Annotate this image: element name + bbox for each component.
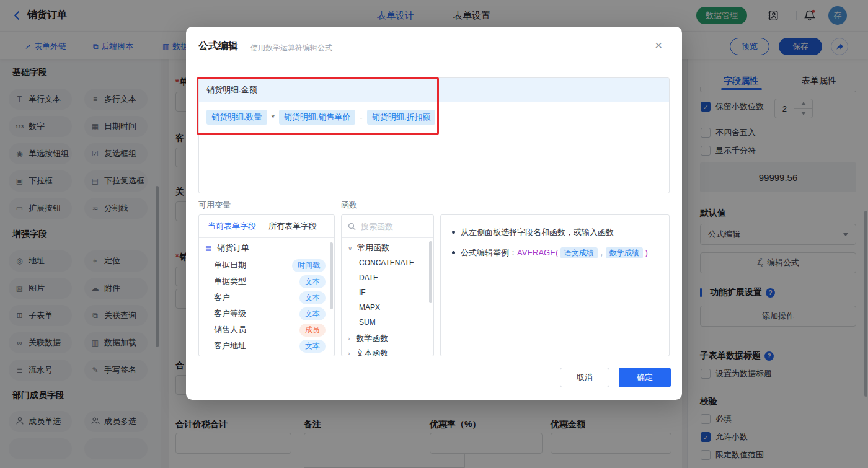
- close-icon[interactable]: [655, 39, 662, 51]
- chevron-right-icon: ›: [348, 350, 350, 357]
- tips-panel: 从左侧面板选择字段名和函数，或输入函数 公式编辑举例：AVERAGE( 语文成绩…: [440, 214, 670, 356]
- tip-line-2: 公式编辑举例：AVERAGE( 语文成绩，数学成绩 ): [452, 247, 669, 259]
- app: 销货订单 表单设计 表单设置 数据管理 存 ↗ 表单外链 ⧉ 后端脚本 ▥ 数据…: [0, 0, 868, 468]
- type-badge: 时间戳: [292, 259, 326, 272]
- chevron-right-icon: ›: [348, 335, 350, 342]
- confirm-button[interactable]: 确定: [619, 368, 671, 387]
- tip-line-1: 从左侧面板选择字段名和函数，或输入函数: [452, 226, 669, 238]
- document-icon: ≣: [205, 244, 212, 253]
- type-badge: 文本: [299, 275, 326, 288]
- type-badge: 文本: [299, 340, 326, 353]
- bullet-icon: [452, 231, 455, 234]
- functions-label: 函数: [341, 200, 357, 211]
- operator: *: [272, 113, 275, 122]
- type-badge: 文本: [299, 307, 326, 320]
- formula-editor-modal: 公式编辑 使用数学运算符编辑公式 销货明细.金额 = 销货明细.数量 * 销货明…: [186, 27, 682, 400]
- field-token[interactable]: 销货明细.折扣额: [367, 110, 436, 125]
- function-name: DATE: [359, 273, 378, 282]
- variable-row[interactable]: 客户等级文本: [199, 306, 334, 322]
- tip-text: 从左侧面板选择字段名和函数，或输入函数: [461, 226, 614, 238]
- function-item[interactable]: SUM: [342, 314, 433, 330]
- example-label: 公式编辑举例：: [461, 248, 517, 257]
- example-chip: 语文成绩: [560, 247, 598, 258]
- variable-row[interactable]: 客户地址文本: [199, 338, 334, 354]
- modal-subtitle: 使用数学运算符编辑公式: [250, 43, 332, 53]
- group-text-functions[interactable]: ›文本函数: [342, 345, 433, 356]
- formula-target-text: 销货明细.金额 =: [206, 84, 264, 95]
- function-item[interactable]: CONCATENATE: [342, 255, 433, 271]
- tab-all-form-fields[interactable]: 所有表单字段: [268, 221, 317, 232]
- tip-example: 公式编辑举例：AVERAGE( 语文成绩，数学成绩 ): [461, 247, 648, 259]
- function-name: CONCATENATE: [359, 258, 414, 267]
- variable-row[interactable]: 单据日期时间戳: [199, 257, 334, 273]
- formula-target-bar: 销货明细.金额 =: [199, 78, 669, 102]
- group-label: 常用函数: [357, 242, 389, 254]
- close-paren: ): [645, 248, 647, 257]
- variables-label: 可用变量: [198, 200, 231, 211]
- variables-scrollbar[interactable]: [330, 242, 333, 309]
- type-badge: 文本: [299, 291, 326, 304]
- variable-row[interactable]: 销售人员成员: [199, 322, 334, 338]
- function-item[interactable]: DATE: [342, 270, 433, 286]
- modal-title: 公式编辑: [198, 40, 238, 53]
- function-name: IF: [359, 288, 366, 297]
- group-label: 文本函数: [356, 348, 388, 356]
- variable-name: 客户: [214, 292, 230, 303]
- example-chip: 数学成绩: [606, 247, 643, 258]
- function-name: MAPX: [359, 303, 380, 312]
- bullet-icon: [452, 251, 455, 254]
- comma: ，: [598, 248, 606, 257]
- tab-current-form-fields[interactable]: 当前表单字段: [208, 221, 256, 232]
- variable-name: 销售人员: [214, 324, 246, 335]
- variable-name: 客户等级: [214, 308, 246, 319]
- group-label: 数学函数: [356, 333, 388, 344]
- group-math-functions[interactable]: ›数学函数: [342, 330, 433, 347]
- variable-name: 客户地址: [214, 340, 246, 351]
- variable-row[interactable]: 单据类型文本: [199, 273, 334, 289]
- group-common-functions[interactable]: ∨常用函数: [342, 240, 433, 256]
- variable-row[interactable]: 客户文本: [199, 289, 334, 306]
- function-item[interactable]: MAPX: [342, 299, 433, 316]
- variable-row-clipped[interactable]: [199, 354, 334, 356]
- variable-name: 单据类型: [214, 276, 246, 287]
- tree-root-row[interactable]: ≣ 销货订单: [199, 240, 334, 256]
- search-icon: [348, 223, 356, 231]
- type-badge: [297, 356, 326, 356]
- operator: -: [360, 113, 362, 122]
- chevron-down-icon: ∨: [348, 245, 352, 252]
- cancel-button[interactable]: 取消: [560, 368, 609, 387]
- function-search-input[interactable]: [360, 221, 424, 232]
- variable-name: 单据日期: [214, 260, 246, 271]
- formula-editor[interactable]: 销货明细.金额 = 销货明细.数量 * 销货明细.销售单价 - 销货明细.折扣额: [198, 77, 670, 193]
- function-item[interactable]: IF: [342, 285, 433, 301]
- functions-panel: ∨常用函数 CONCATENATE DATE IF MAPX SUM ›数学函数…: [341, 214, 434, 356]
- formula-expression: 销货明细.数量 * 销货明细.销售单价 - 销货明细.折扣额: [199, 102, 669, 133]
- field-token[interactable]: 销货明细.数量: [206, 110, 267, 125]
- functions-scrollbar[interactable]: [429, 241, 432, 303]
- tree-root-label: 销货订单: [217, 242, 249, 254]
- function-name-average: AVERAGE(: [517, 248, 558, 257]
- variables-panel: 当前表单字段 所有表单字段 ≣ 销货订单 单据日期时间戳 单据类型文本 客户文本…: [198, 214, 335, 356]
- field-token[interactable]: 销货明细.销售单价: [279, 110, 356, 125]
- function-name: SUM: [359, 318, 376, 327]
- type-badge: 成员: [299, 324, 326, 337]
